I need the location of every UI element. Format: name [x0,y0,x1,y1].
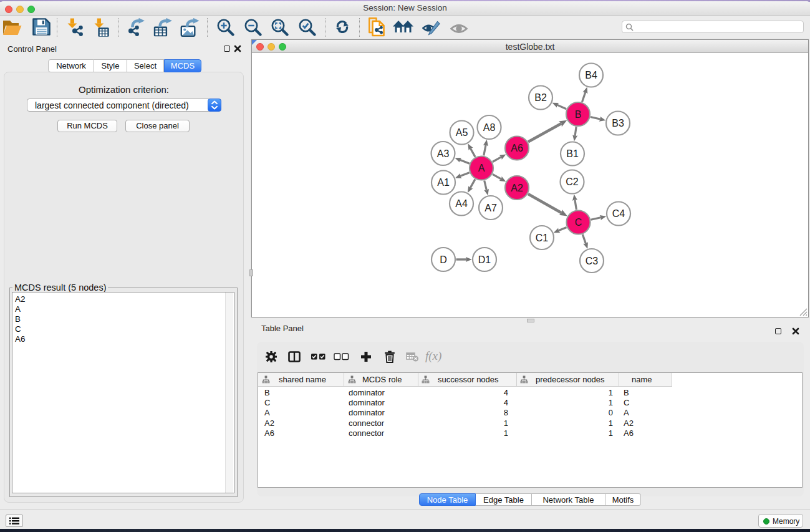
svg-text:A3: A3 [437,148,450,159]
svg-text:C2: C2 [566,177,579,187]
svg-text:C: C [575,217,582,228]
svg-text:A2: A2 [511,183,523,193]
svg-text:B2: B2 [534,92,547,103]
svg-text:B4: B4 [585,70,597,80]
svg-text:C3: C3 [586,256,599,266]
svg-text:A5: A5 [456,127,468,138]
svg-text:C4: C4 [612,208,625,219]
svg-text:A6: A6 [511,143,523,153]
svg-text:A8: A8 [483,122,496,133]
svg-text:B3: B3 [612,118,624,128]
svg-text:D1: D1 [478,254,491,265]
svg-text:A4: A4 [455,198,468,209]
svg-text:D: D [440,254,447,265]
svg-text:B1: B1 [566,148,579,159]
svg-text:A1: A1 [437,177,450,188]
svg-text:A: A [478,163,485,173]
svg-text:A7: A7 [485,203,497,213]
svg-text:f(x): f(x) [425,350,441,363]
svg-text:B: B [575,109,582,120]
svg-text:C1: C1 [536,233,549,243]
